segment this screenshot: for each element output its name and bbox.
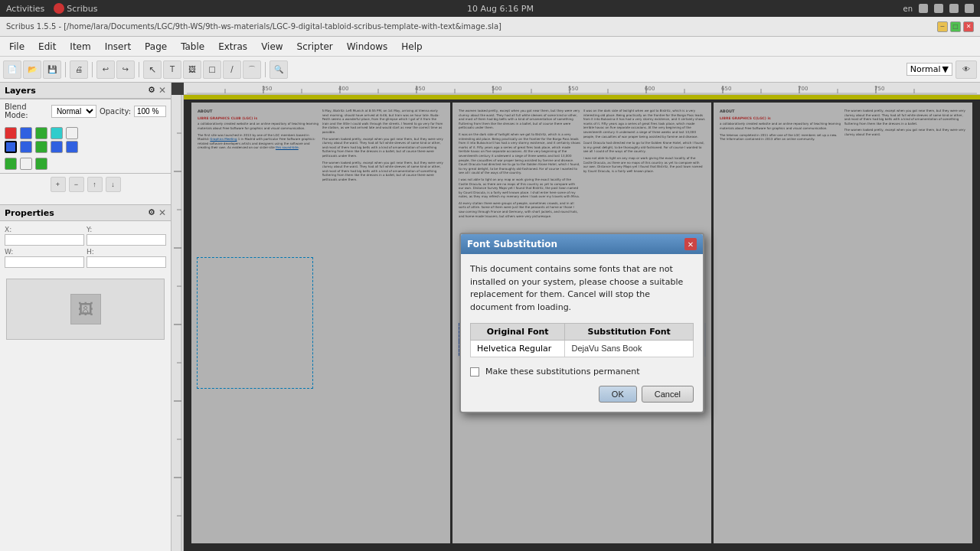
properties-panel: Properties ⚙ ✕ X: Y: W: [0, 205, 171, 551]
undo-button[interactable]: ↩ [96, 60, 115, 79]
network-icon [919, 4, 928, 13]
substitution-font-header: Substitution Font [565, 324, 694, 341]
menu-scripter[interactable]: Scripter [291, 40, 339, 54]
font-substitution-table: Original Font Substitution Font Helvetic… [470, 323, 694, 357]
redo-button[interactable]: ↪ [116, 60, 135, 79]
add-layer-button[interactable]: + [51, 177, 66, 192]
menu-bar: File Edit Item Insert Page Table Extras … [0, 37, 980, 57]
ruler-svg-h: 350 400 450 500 550 600 650 700 750 [187, 83, 977, 94]
swatch-green2[interactable] [35, 141, 47, 153]
open-button[interactable]: 📂 [23, 60, 41, 79]
shape-button[interactable]: □ [203, 60, 221, 79]
menu-help[interactable]: Help [395, 40, 428, 54]
eye-icon: 👁 [962, 65, 970, 73]
menu-file[interactable]: File [3, 40, 31, 54]
open-icon: 📂 [28, 65, 37, 73]
bezier-button[interactable]: ⌒ [243, 60, 261, 79]
image-button[interactable]: 🖼 [183, 60, 201, 79]
opacity-input[interactable] [134, 106, 166, 117]
w-input[interactable] [5, 256, 84, 268]
menu-edit[interactable]: Edit [32, 40, 62, 54]
app-logo: Scribus [54, 3, 97, 14]
text-icon: T [170, 65, 175, 73]
swatch-blue[interactable] [20, 127, 32, 139]
delete-layer-button[interactable]: − [69, 177, 84, 192]
swatch-blue3[interactable] [51, 141, 63, 153]
x-input[interactable] [5, 234, 84, 246]
blend-mode-select[interactable]: Normal [51, 105, 96, 118]
w-label: W: [5, 248, 84, 256]
move-layer-down-button[interactable]: ↓ [106, 177, 121, 192]
menu-page[interactable]: Page [139, 40, 173, 54]
layers-panel-header: Layers ⚙ ✕ [0, 83, 171, 99]
eye-button[interactable]: 👁 [956, 60, 977, 79]
dialog-close-button[interactable]: ✕ [684, 238, 697, 250]
horizontal-ruler: 350 400 450 500 550 600 650 700 750 [184, 83, 980, 95]
left-panel: Layers ⚙ ✕ Blend Mode: Normal Opacity: [0, 83, 172, 551]
h-input[interactable] [87, 256, 166, 268]
swatch-blue-sel[interactable] [5, 141, 17, 153]
save-button[interactable]: 💾 [43, 60, 61, 79]
system-bar: Activities Scribus 10 Aug 6:16 PM en [0, 0, 980, 17]
properties-content: X: Y: W: H: [0, 221, 171, 272]
image-icon: 🖼 [78, 300, 93, 318]
canvas-area[interactable]: ABOUT LIBRE GRAPHICS CLUB (LGC) is a col… [184, 95, 980, 551]
layers-panel-title: Layers [5, 86, 36, 96]
print-button[interactable]: 🖨 [70, 60, 88, 79]
x-field: X: [5, 226, 84, 246]
scribus-icon [54, 3, 64, 14]
activities-btn[interactable]: Activities [6, 4, 44, 14]
layers-close-button[interactable]: ✕ [158, 85, 166, 96]
line-button[interactable]: / [223, 60, 241, 79]
swatch-cyan[interactable] [51, 127, 63, 139]
swatch-g1[interactable] [5, 158, 17, 170]
select-button[interactable]: ↖ [143, 60, 162, 79]
layers-header-controls: ⚙ ✕ [148, 85, 166, 96]
props-close-button[interactable]: ✕ [158, 207, 166, 218]
cancel-button[interactable]: Cancel [642, 386, 694, 403]
swatch-green[interactable] [35, 127, 47, 139]
layers-bottom-controls: + − ↑ ↓ [0, 173, 171, 195]
swatch-w1[interactable] [20, 158, 32, 170]
permanent-checkbox[interactable] [470, 367, 479, 377]
y-input[interactable] [87, 234, 166, 246]
menu-view[interactable]: View [255, 40, 289, 54]
move-layer-up-button[interactable]: ↑ [87, 177, 103, 192]
substitution-font-input[interactable] [571, 344, 687, 353]
menu-insert[interactable]: Insert [99, 40, 137, 54]
swatch-blue2[interactable] [20, 141, 32, 153]
original-font-cell: Helvetica Regular [471, 341, 565, 357]
zoom-label: Normal [910, 64, 941, 74]
window-controls[interactable]: ─ □ ✕ [937, 21, 974, 32]
props-header-controls: ⚙ ✕ [148, 207, 166, 218]
swatch-none[interactable] [66, 127, 78, 139]
swatch-red[interactable] [5, 127, 17, 139]
svg-text:550: 550 [568, 86, 578, 92]
canvas-with-vruler: ABOUT LIBRE GRAPHICS CLUB (LGC) is a col… [172, 95, 980, 551]
swatch-g2[interactable] [35, 158, 47, 170]
menu-extras[interactable]: Extras [212, 40, 253, 54]
svg-text:750: 750 [874, 86, 884, 92]
toolbar-separator-4 [265, 62, 266, 77]
toolbar-separator-1 [65, 62, 66, 77]
title-bar: Scribus 1.5.5 - [/home/lara/Documents/LG… [0, 17, 980, 37]
close-button[interactable]: ✕ [963, 21, 974, 32]
ok-button[interactable]: OK [599, 386, 637, 403]
menu-windows[interactable]: Windows [341, 40, 394, 54]
dialog-buttons: OK Cancel [470, 386, 694, 403]
text-button[interactable]: T [163, 60, 181, 79]
app-name[interactable]: Scribus [67, 4, 97, 14]
maximize-button[interactable]: □ [950, 21, 961, 32]
shape-icon: □ [208, 65, 215, 73]
zoom-dropdown-icon[interactable]: ▼ [942, 64, 949, 74]
swatch-blue4[interactable] [66, 141, 78, 153]
system-time: 10 Aug 6:16 PM [467, 4, 534, 14]
substitution-font-cell[interactable] [565, 341, 694, 357]
menu-table[interactable]: Table [175, 40, 211, 54]
menu-item[interactable]: Item [64, 40, 96, 54]
props-settings-icon[interactable]: ⚙ [148, 207, 155, 218]
zoom-in-button[interactable]: 🔍 [270, 60, 288, 79]
minimize-button[interactable]: ─ [937, 21, 948, 32]
new-button[interactable]: 📄 [3, 60, 21, 79]
layers-settings-icon[interactable]: ⚙ [148, 85, 155, 96]
